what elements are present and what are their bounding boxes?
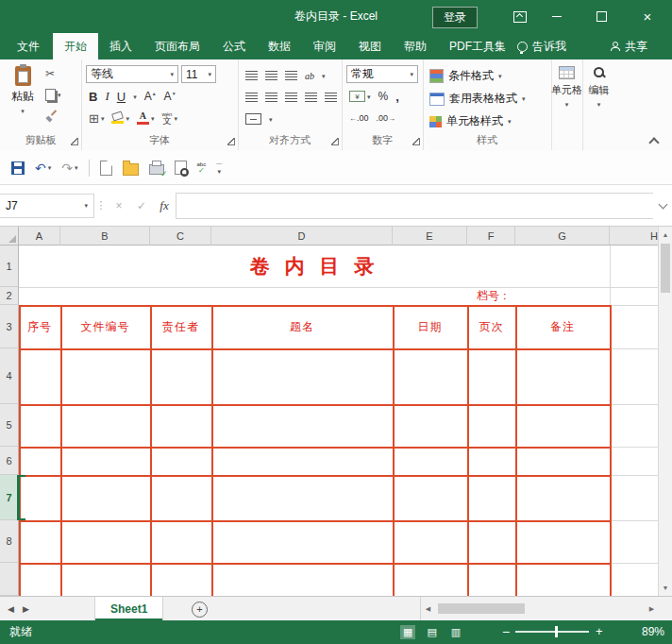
page-layout-view-button[interactable]: ▤ <box>424 625 439 639</box>
align-middle-button[interactable] <box>265 71 277 80</box>
row-header-6[interactable]: 6 <box>0 447 19 475</box>
ribbon-display-options-button[interactable] <box>504 0 536 33</box>
phonetic-guide-button[interactable]: wén文▾ <box>161 111 177 125</box>
column-header-f[interactable]: F <box>467 227 515 246</box>
scroll-left-icon[interactable]: ◀ <box>421 597 435 620</box>
zoom-slider-thumb[interactable] <box>555 626 558 637</box>
formula-input[interactable] <box>176 193 653 219</box>
table-header-cell[interactable]: 日期 <box>393 305 467 348</box>
horizontal-scrollbar-thumb[interactable] <box>438 603 525 614</box>
zoom-slider[interactable] <box>515 631 589 633</box>
scroll-down-icon[interactable]: ▼ <box>659 580 672 595</box>
cells-button[interactable]: 单元格 ▾ <box>551 66 582 108</box>
row-header-2[interactable]: 2 <box>0 287 19 305</box>
minimize-button[interactable] <box>536 0 578 33</box>
align-bottom-button[interactable] <box>285 71 297 80</box>
accounting-format-button[interactable]: ¥▾ <box>349 90 371 103</box>
merge-center-icon[interactable] <box>245 113 261 125</box>
zoom-in-button[interactable]: + <box>596 620 603 644</box>
cancel-button[interactable]: × <box>108 194 130 218</box>
tab-home[interactable]: 开始 <box>53 33 98 59</box>
font-size-combo[interactable]: 11▾ <box>181 65 216 83</box>
vertical-scrollbar[interactable]: ▲ ▼ <box>658 227 672 596</box>
sheet-grid[interactable]: A B C D E F G H 1 2 3 4 5 6 7 8 卷 内 目 录 … <box>0 227 658 596</box>
format-as-table-button[interactable]: 套用表格格式 ▾ <box>429 90 526 108</box>
bold-button[interactable]: B <box>89 90 97 104</box>
tell-me-button[interactable]: 告诉我 <box>517 33 566 59</box>
borders-button[interactable]: ⊞▾ <box>89 111 104 125</box>
editing-button[interactable]: 编辑 ▾ <box>582 66 615 108</box>
italic-button[interactable]: I <box>105 89 109 104</box>
tab-review[interactable]: 审阅 <box>302 33 347 59</box>
zoom-out-button[interactable]: − <box>502 620 510 644</box>
file-number-cell[interactable]: 档号： <box>467 287 610 305</box>
orientation-button[interactable]: ab <box>305 71 314 81</box>
column-header-c[interactable]: C <box>150 227 211 246</box>
open-button[interactable] <box>123 161 139 176</box>
fill-color-button[interactable]: ▾ <box>111 111 129 125</box>
align-center-button[interactable] <box>265 93 277 102</box>
increase-font-size-button[interactable]: A▲ <box>144 90 157 103</box>
undo-button[interactable]: ↶▾ <box>35 161 51 175</box>
scroll-right-icon[interactable]: ▶ <box>645 597 659 620</box>
page-break-view-button[interactable]: ▥ <box>448 625 463 639</box>
tab-pdf-tools[interactable]: PDF工具集 <box>438 33 517 59</box>
quick-print-button[interactable]: ✓ <box>149 161 164 175</box>
paste-button[interactable]: 粘贴 ▾ <box>5 64 41 132</box>
column-header-g[interactable]: G <box>515 227 610 246</box>
number-format-combo[interactable]: 常规▾ <box>346 65 418 83</box>
save-button[interactable] <box>11 161 25 175</box>
vertical-scrollbar-thumb[interactable] <box>661 244 670 293</box>
cell-styles-button[interactable]: 单元格样式 ▾ <box>429 112 512 130</box>
zoom-level[interactable]: 89% <box>642 620 664 644</box>
collapse-ribbon-button[interactable] <box>649 136 659 145</box>
align-left-button[interactable] <box>245 93 258 102</box>
align-right-button[interactable] <box>285 93 297 102</box>
scroll-up-icon[interactable]: ▲ <box>659 227 672 242</box>
tab-data[interactable]: 数据 <box>257 33 302 59</box>
decrease-font-size-button[interactable]: A▼ <box>164 90 176 103</box>
share-button[interactable]: 共享 <box>610 33 647 59</box>
clipboard-dialog-launcher-icon[interactable] <box>71 138 78 145</box>
document-title-cell[interactable]: 卷 内 目 录 <box>19 246 610 287</box>
table-header-cell[interactable]: 备注 <box>515 305 610 348</box>
comma-style-button[interactable]: , <box>395 90 399 104</box>
table-header-cell[interactable]: 文件编号 <box>60 305 150 348</box>
font-color-button[interactable]: A▾ <box>137 111 155 125</box>
row-header-4[interactable]: 4 <box>0 348 19 404</box>
enter-button[interactable]: ✓ <box>130 194 153 218</box>
font-name-combo[interactable]: 等线▾ <box>86 65 178 83</box>
insert-function-button[interactable]: fx <box>153 194 176 218</box>
number-dialog-launcher-icon[interactable] <box>412 138 420 145</box>
row-header-9[interactable] <box>0 563 19 596</box>
column-header-h[interactable]: H <box>610 227 658 246</box>
increase-decimal-button[interactable]: ←.00 <box>349 113 369 123</box>
new-sheet-button[interactable]: + <box>192 602 208 618</box>
column-header-a[interactable]: A <box>19 227 60 246</box>
align-top-button[interactable] <box>245 71 258 80</box>
normal-view-button[interactable]: ▦ <box>400 625 415 639</box>
cut-button[interactable]: ✂ <box>45 67 55 80</box>
select-all-button[interactable] <box>0 227 19 246</box>
sheet-tab-sheet1[interactable]: Sheet1 <box>94 597 163 620</box>
table-header-cell[interactable]: 页次 <box>467 305 515 348</box>
tab-insert[interactable]: 插入 <box>98 33 143 59</box>
expand-formula-bar-button[interactable] <box>653 194 672 218</box>
tab-file[interactable]: 文件 <box>4 33 53 59</box>
table-header-cell[interactable]: 题名 <box>211 305 393 348</box>
row-header-1[interactable]: 1 <box>0 246 19 287</box>
alignment-dialog-launcher-icon[interactable] <box>331 138 339 145</box>
name-box[interactable]: J7▾ <box>0 194 94 218</box>
font-dialog-launcher-icon[interactable] <box>227 138 235 145</box>
sign-in-button[interactable]: 登录 <box>432 7 478 28</box>
tab-help[interactable]: 帮助 <box>393 33 438 59</box>
row-header-5[interactable]: 5 <box>0 404 19 447</box>
conditional-formatting-button[interactable]: 条件格式 ▾ <box>429 67 502 85</box>
table-header-cell[interactable]: 序号 <box>19 305 60 348</box>
decrease-indent-button[interactable] <box>305 93 317 102</box>
column-header-d[interactable]: D <box>211 227 393 246</box>
sheet-nav-right-button[interactable]: ▶ <box>23 597 29 620</box>
tab-formulas[interactable]: 公式 <box>211 33 257 59</box>
new-document-button[interactable] <box>100 161 112 176</box>
underline-button[interactable]: U <box>117 90 126 104</box>
